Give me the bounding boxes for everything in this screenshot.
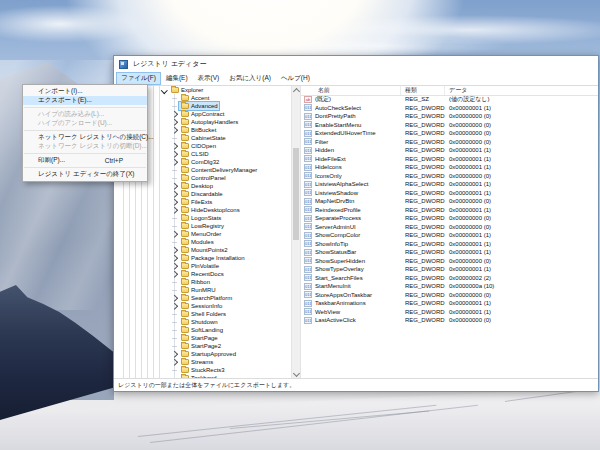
chevron-right-icon[interactable] <box>170 184 178 189</box>
column-header-data[interactable]: データ <box>445 86 598 95</box>
value-row[interactable]: 011FilterREG_DWORD0x00000000 (0) <box>301 138 598 147</box>
scroll-up-icon[interactable] <box>293 88 300 95</box>
chevron-right-icon[interactable] <box>170 208 178 213</box>
tree-item[interactable]: StartPage <box>114 334 291 342</box>
file-menu-item[interactable]: レジストリ エディターの終了(X) <box>23 170 147 179</box>
value-row[interactable]: 011DontPrettyPathREG_DWORD0x00000000 (0) <box>301 112 598 121</box>
chevron-right-icon[interactable] <box>170 112 178 117</box>
chevron-right-icon[interactable] <box>170 232 178 237</box>
menubar-item-edit[interactable]: 編集(E) <box>161 72 193 85</box>
menubar-item-view[interactable]: 表示(V) <box>193 72 225 85</box>
tree-item[interactable]: LogonStats <box>114 214 291 222</box>
scrollbar-thumb[interactable] <box>293 148 299 240</box>
value-row[interactable]: 011TaskbarAnimationsREG_DWORD0x00000001 … <box>301 299 598 308</box>
chevron-right-icon[interactable] <box>170 256 178 261</box>
value-row[interactable]: 011HideIconsREG_DWORD0x00000001 (1) <box>301 163 598 172</box>
tree-node[interactable]: CabinetState <box>178 134 228 142</box>
chevron-right-icon[interactable] <box>170 360 178 365</box>
chevron-right-icon[interactable] <box>170 304 178 309</box>
tree-node[interactable]: AppContract <box>178 110 226 118</box>
value-row[interactable]: 011ExtendedUIHoverTimeREG_DWORD0x0000000… <box>301 129 598 138</box>
value-row[interactable]: 011ShowCompColorREG_DWORD0x00000001 (1) <box>301 231 598 240</box>
tree-item[interactable]: StuckRects3 <box>114 366 291 374</box>
menubar-item-favorites[interactable]: お気に入り(A) <box>224 72 276 85</box>
tree-item[interactable]: Streams <box>114 358 291 366</box>
tree-item[interactable]: LowRegistry <box>114 222 291 230</box>
tree-item[interactable]: MountPoints2 <box>114 246 291 254</box>
tree-node[interactable]: StartPage <box>178 334 220 342</box>
titlebar[interactable]: レジストリ エディター <box>114 56 598 72</box>
tree-node[interactable]: AutoplayHandlers <box>178 118 240 126</box>
value-row[interactable]: 011LastActiveClickREG_DWORD0x00000000 (0… <box>301 316 598 325</box>
tree-item[interactable]: StartupApproved <box>114 350 291 358</box>
tree-node[interactable]: BitBucket <box>178 126 218 134</box>
file-menu-item[interactable]: 印刷(P)...Ctrl+P <box>23 156 147 165</box>
tree-node[interactable]: HideDesktopIcons <box>178 206 242 214</box>
chevron-right-icon[interactable] <box>170 248 178 253</box>
tree-node[interactable]: CLSID <box>178 150 211 158</box>
tree-item[interactable]: FileExts <box>114 198 291 206</box>
tree-node[interactable]: StartPage2 <box>178 342 223 350</box>
value-row[interactable]: 011HiddenREG_DWORD0x00000001 (1) <box>301 146 598 155</box>
tree-item[interactable]: Shell Folders <box>114 310 291 318</box>
tree-node[interactable]: Modules <box>178 238 216 246</box>
tree-node[interactable]: MountPoints2 <box>178 246 230 254</box>
tree-node[interactable]: ControlPanel <box>178 174 228 182</box>
chevron-right-icon[interactable] <box>170 296 178 301</box>
chevron-right-icon[interactable] <box>170 352 178 357</box>
value-row[interactable]: 011SeparateProcessREG_DWORD0x00000000 (0… <box>301 214 598 223</box>
column-header-type[interactable]: 種類 <box>401 86 445 95</box>
tree-node[interactable]: Package Installation <box>178 254 247 262</box>
tree-node[interactable]: CIDOpen <box>178 142 218 150</box>
value-row[interactable]: 011Start_SearchFilesREG_DWORD0x00000002 … <box>301 274 598 283</box>
file-menu-item[interactable]: ハイブのアンロード(U)... <box>23 119 147 128</box>
tree-scrollbar[interactable] <box>291 86 301 379</box>
value-row[interactable]: 011ShowStatusBarREG_DWORD0x00000001 (1) <box>301 248 598 257</box>
chevron-down-icon[interactable] <box>160 88 168 93</box>
file-menu-item[interactable]: インポート(I)... <box>23 87 147 96</box>
scroll-down-icon[interactable] <box>293 370 300 377</box>
tree-node[interactable]: RecentDocs <box>178 270 226 278</box>
value-row[interactable]: 011WebViewREG_DWORD0x00000001 (1) <box>301 308 598 317</box>
file-menu-item[interactable]: エクスポート(E)... <box>23 96 147 105</box>
tree-item[interactable]: Desktop <box>114 182 291 190</box>
tree-item[interactable]: Shutdown <box>114 318 291 326</box>
regedit-icon[interactable] <box>119 60 128 69</box>
tree-node[interactable]: Streams <box>178 358 215 366</box>
tree-node[interactable]: Desktop <box>178 182 215 190</box>
tree-node[interactable]: RunMRU <box>178 286 218 294</box>
value-row[interactable]: 011ListviewAlphaSelectREG_DWORD0x0000000… <box>301 180 598 189</box>
value-row[interactable]: 011ShowTypeOverlayREG_DWORD0x00000001 (1… <box>301 265 598 274</box>
value-row[interactable]: 011HideFileExtREG_DWORD0x00000001 (1) <box>301 155 598 164</box>
chevron-right-icon[interactable] <box>170 160 178 165</box>
value-row[interactable]: 011IconsOnlyREG_DWORD0x00000000 (0) <box>301 172 598 181</box>
tree-node[interactable]: ComDlg32 <box>178 158 221 166</box>
file-menu-item[interactable]: ハイブの読み込み(L)... <box>23 110 147 119</box>
tree-item[interactable]: RunMRU <box>114 286 291 294</box>
tree-node[interactable]: SoftLanding <box>178 326 225 334</box>
tree-node[interactable]: LowRegistry <box>178 222 226 230</box>
tree-item[interactable]: SearchPlatform <box>114 294 291 302</box>
tree-node[interactable]: ContentDeliveryManager <box>178 166 259 174</box>
chevron-right-icon[interactable] <box>170 128 178 133</box>
chevron-right-icon[interactable] <box>170 152 178 157</box>
value-row[interactable]: 011ServerAdminUIREG_DWORD0x00000000 (0) <box>301 223 598 232</box>
menubar-item-help[interactable]: ヘルプ(H) <box>276 72 315 85</box>
value-row[interactable]: ab(既定)REG_SZ(値の設定なし) <box>301 95 598 104</box>
chevron-right-icon[interactable] <box>170 200 178 205</box>
tree-node[interactable]: MenuOrder <box>178 230 223 238</box>
tree-node[interactable]: Discardable <box>178 190 225 198</box>
chevron-right-icon[interactable] <box>170 144 178 149</box>
chevron-right-icon[interactable] <box>170 192 178 197</box>
value-row[interactable]: 011ShowSuperHiddenREG_DWORD0x00000000 (0… <box>301 257 598 266</box>
value-row[interactable]: 011AutoCheckSelectREG_DWORD0x00000001 (1… <box>301 104 598 113</box>
value-row[interactable]: 011ReindexedProfileREG_DWORD0x00000001 (… <box>301 206 598 215</box>
value-row[interactable]: 011ShowInfoTipREG_DWORD0x00000001 (1) <box>301 240 598 249</box>
tree-node[interactable]: Explorer <box>168 86 205 94</box>
value-row[interactable]: 011StoreAppsOnTaskbarREG_DWORD0x00000000… <box>301 291 598 300</box>
tree-node[interactable]: StuckRects3 <box>178 366 227 374</box>
tree-item[interactable]: SessionInfo <box>114 302 291 310</box>
tree-item[interactable]: StartPage2 <box>114 342 291 350</box>
tree-node[interactable]: Shutdown <box>178 318 220 326</box>
tree-item[interactable]: Package Installation <box>114 254 291 262</box>
